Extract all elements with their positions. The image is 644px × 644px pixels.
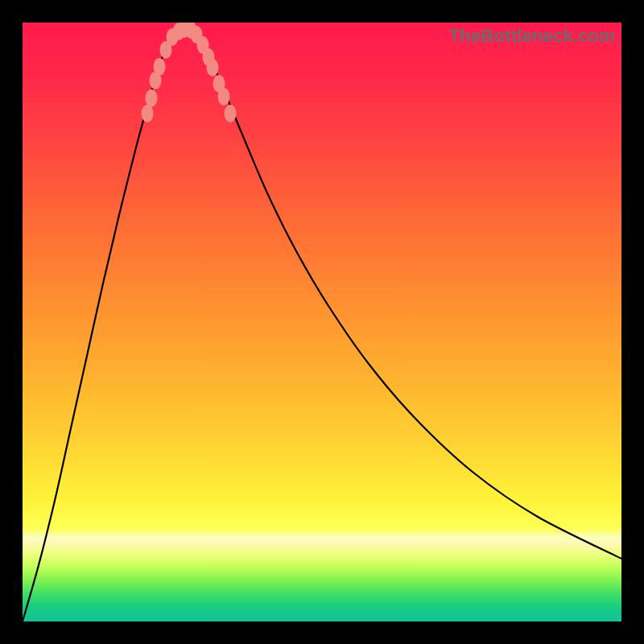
data-marker [207,59,219,76]
gradient-background [23,23,621,621]
chart-svg [23,23,621,621]
data-marker [218,88,230,105]
data-marker [154,58,166,76]
chart-frame: TheBottleneck.com [0,0,644,644]
plot-area: TheBottleneck.com [23,23,621,621]
data-marker [225,105,237,122]
data-marker [146,89,158,107]
watermark-text: TheBottleneck.com [449,26,615,47]
data-marker [142,105,154,122]
